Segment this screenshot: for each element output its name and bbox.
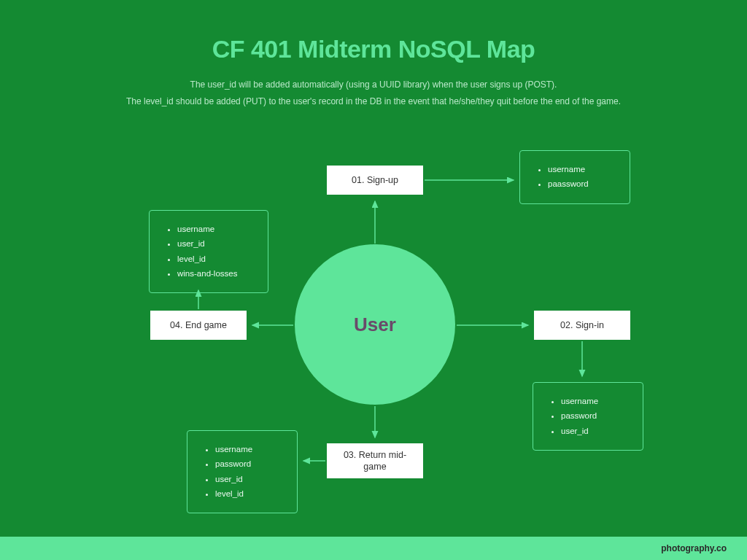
list-item: password	[215, 458, 284, 470]
step-signin: 02. Sign-in	[534, 311, 630, 340]
list-item: user_id	[561, 425, 630, 438]
step-signup: 01. Sign-up	[327, 166, 423, 195]
step-return-mid: 03. Return mid-game	[327, 443, 423, 478]
step-signin-label: 02. Sign-in	[560, 319, 604, 331]
list-item: level_id	[215, 488, 284, 500]
page-title: CF 401 Midterm NoSQL Map	[0, 0, 747, 63]
step-signup-label: 01. Sign-up	[352, 174, 398, 186]
attrs-endgame: username user_id level_id wins-and-losse…	[149, 210, 268, 293]
attrs-return-mid: username password user_id level_id	[187, 430, 298, 513]
step-endgame-label: 04. End game	[170, 319, 227, 331]
list-item: password	[561, 410, 630, 422]
page-subtitle: The user_id will be added automatically …	[0, 77, 747, 110]
list-item: username	[561, 395, 630, 408]
footer-bar: photography.co	[0, 537, 747, 560]
subtitle-line-2: The level_id should be added (PUT) to th…	[0, 93, 747, 110]
list-item: paassword	[548, 178, 616, 190]
attrs-signin: username password user_id	[533, 382, 643, 451]
user-node: User	[295, 244, 455, 405]
subtitle-line-1: The user_id will be added automatically …	[0, 77, 747, 93]
user-node-label: User	[354, 314, 396, 336]
footer-text: photography.co	[661, 543, 727, 553]
attrs-signup: username paassword	[519, 150, 630, 204]
list-item: username	[548, 163, 616, 176]
list-item: username	[215, 443, 284, 456]
step-return-mid-label: 03. Return mid-game	[334, 449, 416, 473]
list-item: level_id	[177, 253, 255, 265]
list-item: wins-and-losses	[177, 268, 255, 280]
list-item: user_id	[215, 473, 284, 486]
step-endgame: 04. End game	[150, 311, 247, 340]
list-item: user_id	[177, 238, 255, 250]
list-item: username	[177, 223, 255, 236]
